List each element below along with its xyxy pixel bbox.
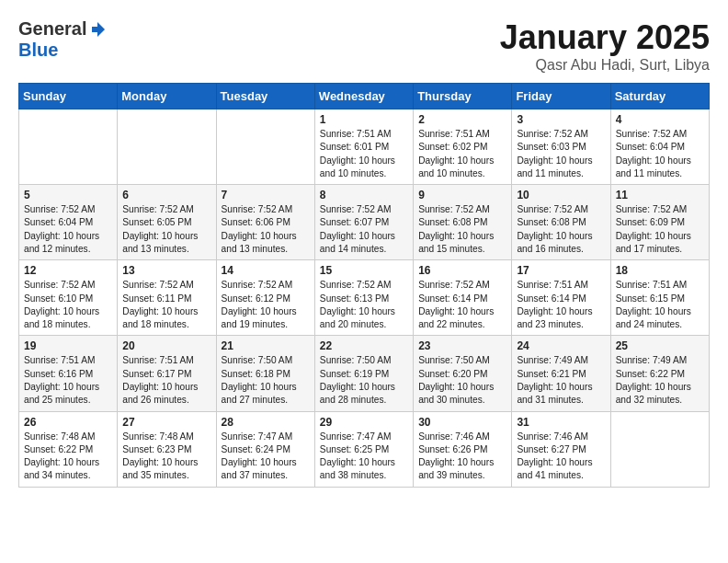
calendar-cell: 11Sunrise: 7:52 AM Sunset: 6:09 PM Dayli… (610, 185, 709, 260)
col-header-saturday: Saturday (610, 84, 709, 109)
day-info: Sunrise: 7:52 AM Sunset: 6:10 PM Dayligh… (24, 279, 112, 331)
day-info: Sunrise: 7:52 AM Sunset: 6:11 PM Dayligh… (122, 279, 210, 331)
day-number: 16 (418, 264, 506, 277)
day-info: Sunrise: 7:51 AM Sunset: 6:02 PM Dayligh… (418, 128, 506, 180)
day-info: Sunrise: 7:52 AM Sunset: 6:12 PM Dayligh… (222, 279, 310, 331)
calendar-cell (216, 109, 314, 185)
day-info: Sunrise: 7:50 AM Sunset: 6:19 PM Dayligh… (320, 354, 408, 407)
calendar-cell: 28Sunrise: 7:47 AM Sunset: 6:24 PM Dayli… (216, 411, 314, 487)
calendar-cell: 12Sunrise: 7:52 AM Sunset: 6:10 PM Dayli… (19, 260, 118, 336)
day-info: Sunrise: 7:51 AM Sunset: 6:17 PM Dayligh… (122, 354, 210, 407)
day-number: 25 (616, 339, 704, 352)
calendar-cell: 9Sunrise: 7:52 AM Sunset: 6:08 PM Daylig… (414, 185, 512, 260)
day-number: 18 (616, 264, 704, 277)
calendar-cell: 10Sunrise: 7:52 AM Sunset: 6:08 PM Dayli… (512, 185, 610, 260)
day-info: Sunrise: 7:52 AM Sunset: 6:09 PM Dayligh… (616, 203, 704, 256)
day-info: Sunrise: 7:51 AM Sunset: 6:15 PM Dayligh… (616, 279, 704, 331)
day-number: 26 (24, 416, 112, 429)
day-info: Sunrise: 7:47 AM Sunset: 6:24 PM Dayligh… (222, 431, 310, 483)
day-info: Sunrise: 7:46 AM Sunset: 6:27 PM Dayligh… (517, 431, 605, 483)
calendar-cell: 31Sunrise: 7:46 AM Sunset: 6:27 PM Dayli… (512, 411, 610, 487)
col-header-monday: Monday (118, 84, 216, 109)
logo-icon (88, 20, 107, 39)
calendar-cell: 5Sunrise: 7:52 AM Sunset: 6:04 PM Daylig… (19, 185, 118, 260)
day-info: Sunrise: 7:47 AM Sunset: 6:25 PM Dayligh… (320, 431, 408, 483)
day-number: 3 (517, 113, 605, 126)
calendar-cell (19, 109, 118, 185)
day-number: 28 (222, 416, 310, 429)
day-info: Sunrise: 7:52 AM Sunset: 6:08 PM Dayligh… (517, 203, 605, 256)
day-number: 19 (24, 339, 112, 352)
day-number: 6 (122, 189, 210, 201)
calendar-cell: 23Sunrise: 7:50 AM Sunset: 6:20 PM Dayli… (414, 336, 512, 411)
day-info: Sunrise: 7:50 AM Sunset: 6:20 PM Dayligh… (418, 354, 506, 407)
day-number: 24 (517, 339, 605, 352)
month-title: January 2025 (500, 18, 710, 57)
day-number: 13 (122, 264, 210, 277)
location-subtitle: Qasr Abu Hadi, Surt, Libya (500, 57, 710, 74)
day-info: Sunrise: 7:52 AM Sunset: 6:13 PM Dayligh… (320, 279, 408, 331)
calendar-cell: 27Sunrise: 7:48 AM Sunset: 6:23 PM Dayli… (118, 411, 216, 487)
day-number: 5 (24, 189, 112, 201)
day-number: 14 (222, 264, 310, 277)
day-info: Sunrise: 7:49 AM Sunset: 6:22 PM Dayligh… (616, 354, 704, 407)
calendar-cell: 17Sunrise: 7:51 AM Sunset: 6:14 PM Dayli… (512, 260, 610, 336)
title-block: January 2025 Qasr Abu Hadi, Surt, Libya (500, 18, 710, 74)
calendar-cell: 6Sunrise: 7:52 AM Sunset: 6:05 PM Daylig… (118, 185, 216, 260)
calendar-cell: 24Sunrise: 7:49 AM Sunset: 6:21 PM Dayli… (512, 336, 610, 411)
day-info: Sunrise: 7:51 AM Sunset: 6:01 PM Dayligh… (320, 128, 408, 180)
day-number: 12 (24, 264, 112, 277)
calendar-week-2: 5Sunrise: 7:52 AM Sunset: 6:04 PM Daylig… (19, 185, 710, 260)
day-number: 9 (418, 189, 506, 201)
calendar-cell: 15Sunrise: 7:52 AM Sunset: 6:13 PM Dayli… (314, 260, 413, 336)
day-info: Sunrise: 7:52 AM Sunset: 6:06 PM Dayligh… (222, 203, 310, 256)
day-number: 29 (320, 416, 408, 429)
col-header-tuesday: Tuesday (216, 84, 314, 109)
calendar-cell: 3Sunrise: 7:52 AM Sunset: 6:03 PM Daylig… (512, 109, 610, 185)
calendar-week-4: 19Sunrise: 7:51 AM Sunset: 6:16 PM Dayli… (19, 336, 710, 411)
calendar-cell: 1Sunrise: 7:51 AM Sunset: 6:01 PM Daylig… (314, 109, 413, 185)
calendar-cell: 20Sunrise: 7:51 AM Sunset: 6:17 PM Dayli… (118, 336, 216, 411)
day-number: 8 (320, 189, 408, 201)
day-number: 17 (517, 264, 605, 277)
day-info: Sunrise: 7:48 AM Sunset: 6:23 PM Dayligh… (122, 431, 210, 483)
day-number: 10 (517, 189, 605, 201)
day-info: Sunrise: 7:49 AM Sunset: 6:21 PM Dayligh… (517, 354, 605, 407)
calendar-cell: 18Sunrise: 7:51 AM Sunset: 6:15 PM Dayli… (610, 260, 709, 336)
day-number: 21 (222, 339, 310, 352)
calendar-cell: 30Sunrise: 7:46 AM Sunset: 6:26 PM Dayli… (414, 411, 512, 487)
day-info: Sunrise: 7:52 AM Sunset: 6:14 PM Dayligh… (418, 279, 506, 331)
calendar-cell: 19Sunrise: 7:51 AM Sunset: 6:16 PM Dayli… (19, 336, 118, 411)
calendar-cell: 22Sunrise: 7:50 AM Sunset: 6:19 PM Dayli… (314, 336, 413, 411)
day-number: 1 (320, 113, 408, 126)
day-info: Sunrise: 7:50 AM Sunset: 6:18 PM Dayligh… (222, 354, 310, 407)
day-number: 7 (222, 189, 310, 201)
calendar-table: SundayMondayTuesdayWednesdayThursdayFrid… (18, 83, 710, 488)
day-number: 15 (320, 264, 408, 277)
calendar-cell: 7Sunrise: 7:52 AM Sunset: 6:06 PM Daylig… (216, 185, 314, 260)
calendar-header-row: SundayMondayTuesdayWednesdayThursdayFrid… (19, 84, 710, 109)
day-number: 31 (517, 416, 605, 429)
day-info: Sunrise: 7:52 AM Sunset: 6:07 PM Dayligh… (320, 203, 408, 256)
day-info: Sunrise: 7:48 AM Sunset: 6:22 PM Dayligh… (24, 431, 112, 483)
calendar-cell: 16Sunrise: 7:52 AM Sunset: 6:14 PM Dayli… (414, 260, 512, 336)
day-info: Sunrise: 7:51 AM Sunset: 6:14 PM Dayligh… (517, 279, 605, 331)
calendar-cell: 2Sunrise: 7:51 AM Sunset: 6:02 PM Daylig… (414, 109, 512, 185)
col-header-sunday: Sunday (19, 84, 118, 109)
day-number: 27 (122, 416, 210, 429)
day-info: Sunrise: 7:52 AM Sunset: 6:04 PM Dayligh… (616, 128, 704, 180)
day-number: 2 (418, 113, 506, 126)
day-info: Sunrise: 7:52 AM Sunset: 6:04 PM Dayligh… (24, 203, 112, 256)
day-number: 30 (418, 416, 506, 429)
logo-general-text: General (18, 18, 86, 40)
calendar-cell: 14Sunrise: 7:52 AM Sunset: 6:12 PM Dayli… (216, 260, 314, 336)
day-number: 11 (616, 189, 704, 201)
calendar-week-3: 12Sunrise: 7:52 AM Sunset: 6:10 PM Dayli… (19, 260, 710, 336)
col-header-wednesday: Wednesday (314, 84, 413, 109)
day-number: 23 (418, 339, 506, 352)
calendar-cell: 4Sunrise: 7:52 AM Sunset: 6:04 PM Daylig… (610, 109, 709, 185)
svg-marker-0 (92, 22, 105, 37)
col-header-friday: Friday (512, 84, 610, 109)
day-info: Sunrise: 7:51 AM Sunset: 6:16 PM Dayligh… (24, 354, 112, 407)
logo: General Blue (18, 18, 107, 61)
